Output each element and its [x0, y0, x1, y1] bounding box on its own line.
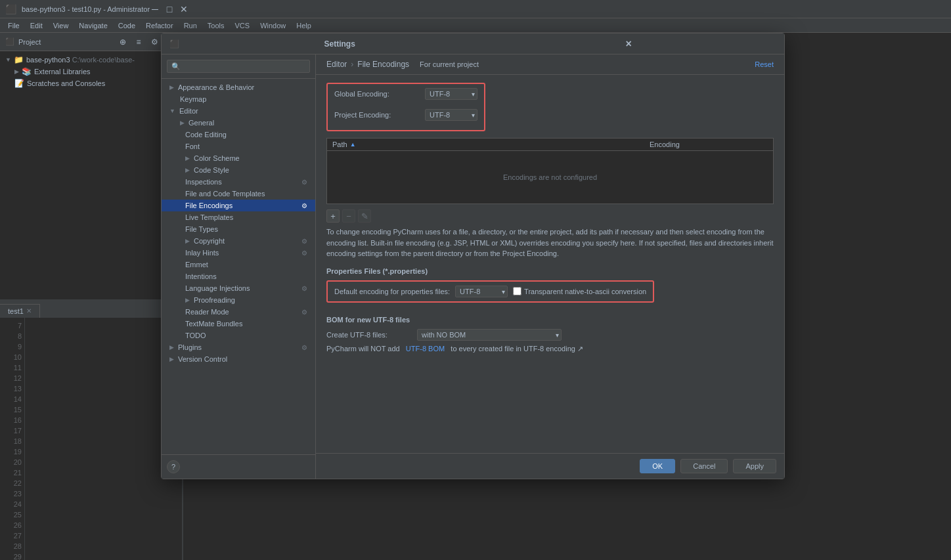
help-button[interactable]: ? [167, 460, 180, 473]
sidebar-sync-btn[interactable]: ⊕ [116, 35, 129, 49]
nav-label-todo: TODO [185, 332, 206, 339]
path-encoding-table: Path ▲ Encoding Encodings are not config… [326, 138, 774, 204]
breadcrumb: Editor › File Encodings [326, 60, 409, 69]
nav-label-inlay-hints: Inlay Hints [185, 249, 219, 257]
dialog-body: ▶ Appearance & Behavior Keymap ▼ Editor … [162, 54, 784, 479]
settings-nav: ▶ Appearance & Behavior Keymap ▼ Editor … [162, 54, 316, 479]
arrow-vcs: ▶ [169, 356, 174, 362]
edit-path-button[interactable]: ✎ [358, 209, 371, 223]
bom-note-prefix: PyCharm will NOT add [326, 345, 400, 353]
nav-label-inspections: Inspections [185, 178, 222, 186]
dialog-footer: OK Cancel Apply [316, 453, 784, 479]
arrow-plugins: ▶ [169, 344, 174, 351]
reader-mode-icon: ⚙ [301, 309, 307, 316]
bom-note: PyCharm will NOT add UTF-8 BOM to every … [326, 345, 774, 353]
nav-item-appearance[interactable]: ▶ Appearance & Behavior [162, 81, 315, 93]
editor-code-area[interactable] [25, 318, 182, 561]
arrow-general: ▶ [180, 119, 185, 126]
nav-item-emmet[interactable]: Emmet [162, 259, 315, 270]
nav-label-font: Font [185, 142, 200, 150]
nav-item-code-style[interactable]: ▶ Code Style [162, 164, 315, 176]
nav-item-vcs[interactable]: ▶ Version Control [162, 353, 315, 365]
nav-item-keymap[interactable]: Keymap [162, 93, 315, 105]
lang-inj-icon: ⚙ [301, 285, 307, 292]
nav-item-inlay-hints[interactable]: Inlay Hints ⚙ [162, 247, 315, 259]
nav-item-file-encodings[interactable]: File Encodings ⚙ [162, 200, 315, 211]
nav-label-file-types: File Types [185, 225, 218, 233]
bom-row: Create UTF-8 files: with NO BOM with BOM [326, 329, 774, 341]
project-encoding-row: Project Encoding: UTF-8 [334, 109, 477, 121]
menu-refactor[interactable]: Refactor [141, 20, 179, 31]
tab-close-icon[interactable]: ✕ [26, 307, 32, 314]
nav-item-proofreading[interactable]: ▶ Proofreading [162, 294, 315, 306]
apply-button[interactable]: Apply [733, 459, 776, 473]
nav-item-live-templates[interactable]: Live Templates [162, 211, 315, 223]
menu-code[interactable]: Code [113, 20, 141, 31]
menu-tools[interactable]: Tools [202, 20, 230, 31]
nav-label-vcs: Version Control [178, 355, 227, 363]
inlay-hints-icon: ⚙ [301, 249, 307, 257]
sidebar-project-icon: ⬛ [5, 37, 14, 46]
menu-edit[interactable]: Edit [25, 20, 48, 31]
sidebar-collapse-btn[interactable]: ≡ [132, 35, 145, 49]
table-header: Path ▲ Encoding [327, 139, 773, 151]
sidebar-more-btn[interactable]: ⚙ [148, 35, 161, 49]
project-encoding-select[interactable]: UTF-8 [425, 109, 477, 121]
menu-navigate[interactable]: Navigate [74, 20, 112, 31]
nav-label-file-encodings: File Encodings [185, 202, 232, 209]
nav-item-reader-mode[interactable]: Reader Mode ⚙ [162, 306, 315, 318]
nav-label-keymap: Keymap [180, 95, 206, 103]
nav-item-inspections[interactable]: Inspections ⚙ [162, 176, 315, 188]
nav-item-lang-injections[interactable]: Language Injections ⚙ [162, 282, 315, 294]
nav-item-code-editing[interactable]: Code Editing [162, 129, 315, 140]
menu-help[interactable]: Help [291, 20, 317, 31]
dialog-close-button[interactable]: × [626, 38, 777, 50]
maximize-button[interactable]: □ [164, 4, 175, 14]
bom-select-wrapper: with NO BOM with BOM [417, 329, 562, 341]
global-encoding-select[interactable]: UTF-8 [425, 88, 477, 100]
global-encoding-row: Global Encoding: UTF-8 [334, 88, 477, 100]
nav-item-file-types[interactable]: File Types [162, 223, 315, 235]
close-button[interactable]: ✕ [179, 4, 189, 14]
editor-tabs: test1 ✕ [0, 299, 182, 318]
ok-button[interactable]: OK [640, 459, 675, 473]
nav-label-emmet: Emmet [185, 261, 208, 269]
nav-item-plugins[interactable]: ▶ Plugins ⚙ [162, 341, 315, 353]
project-encoding-select-wrapper: UTF-8 [425, 109, 477, 121]
title-bar: ⬛ base-python3 - test10.py - Administrat… [0, 0, 951, 18]
nav-item-font[interactable]: Font [162, 140, 315, 152]
editor-tab-test1[interactable]: test1 ✕ [0, 304, 40, 318]
menu-file[interactable]: File [3, 20, 25, 31]
bom-select[interactable]: with NO BOM with BOM [417, 329, 562, 341]
nav-item-general[interactable]: ▶ General [162, 117, 315, 129]
nav-item-todo[interactable]: TODO [162, 330, 315, 341]
tree-item-scratches[interactable]: 📝 Scratches and Consoles [0, 77, 182, 89]
add-path-button[interactable]: + [326, 209, 340, 223]
nav-item-copyright[interactable]: ▶ Copyright ⚙ [162, 235, 315, 247]
cancel-button[interactable]: Cancel [680, 459, 728, 473]
settings-search-input[interactable] [167, 60, 310, 73]
transparent-checkbox[interactable] [513, 287, 521, 295]
nav-item-textmate[interactable]: TextMate Bundles [162, 318, 315, 330]
nav-item-color-scheme[interactable]: ▶ Color Scheme [162, 152, 315, 164]
nav-label-copyright: Copyright [194, 237, 225, 245]
minimize-button[interactable]: ─ [150, 4, 160, 14]
remove-path-button[interactable]: − [342, 209, 355, 223]
menu-window[interactable]: Window [255, 20, 291, 31]
menu-run[interactable]: Run [179, 20, 202, 31]
reset-link[interactable]: Reset [755, 60, 774, 68]
tree-item-project[interactable]: ▼ 📁 base-python3 C:\work-code\base- [0, 54, 182, 66]
nav-item-intentions[interactable]: Intentions [162, 270, 315, 282]
title-bar-controls: ─ □ ✕ [150, 4, 189, 14]
bom-note-link[interactable]: UTF-8 BOM [406, 345, 445, 353]
arrow-copyright: ▶ [185, 238, 190, 244]
menu-vcs[interactable]: VCS [230, 20, 255, 31]
menu-view[interactable]: View [48, 20, 74, 31]
nav-item-editor[interactable]: ▼ Editor [162, 105, 315, 117]
tree-item-ext-libs[interactable]: ▶ 📚 External Libraries [0, 66, 182, 77]
plugins-icon: ⚙ [301, 344, 307, 351]
prop-encoding-select[interactable]: UTF-8 [455, 286, 508, 297]
dialog-title-icon: ⬛ [169, 39, 321, 49]
nav-item-file-templates[interactable]: File and Code Templates [162, 188, 315, 200]
nav-tree: ▶ Appearance & Behavior Keymap ▼ Editor … [162, 79, 315, 454]
